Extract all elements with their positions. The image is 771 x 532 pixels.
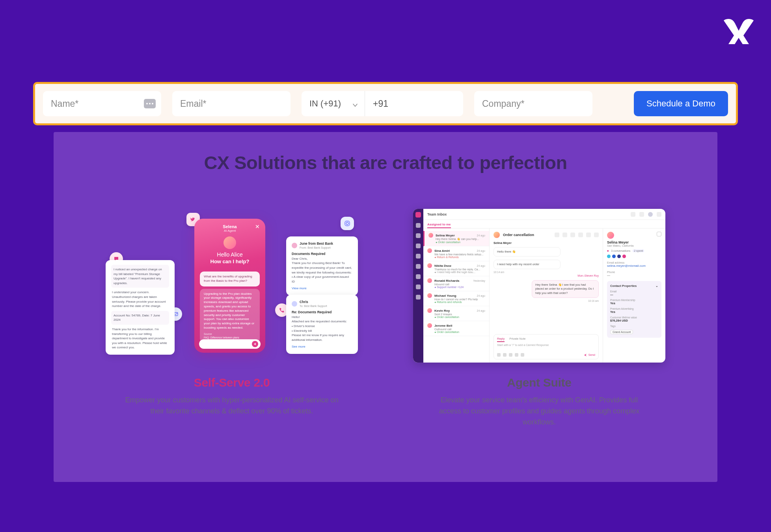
country-code-select[interactable]: IN (+91) xyxy=(302,91,365,116)
list-item: Michael Young24 agoHow do I cancel my or… xyxy=(423,291,489,306)
agent-role: AI Agent xyxy=(224,229,236,233)
transcript-line: Thank you for the information. I'm trans… xyxy=(111,327,169,350)
app-icon xyxy=(415,212,421,218)
conversation-list: Selina Meyer24 agoHey there Selina 👋 can… xyxy=(423,229,490,363)
self-serve-desc: Empower your customers with hyper-person… xyxy=(121,395,342,417)
agent-suite-illustration: Team Inbox Assigned to me xyxy=(413,209,665,363)
transcript-card: I noticed an unexpected charge on my bil… xyxy=(106,260,175,355)
demo-form-bar: IN (+91) Schedule a Demo xyxy=(33,82,738,125)
menu-icon xyxy=(657,212,661,217)
schedule-demo-button[interactable]: Schedule a Demo xyxy=(634,91,728,116)
section-title: CX Solutions that are crafted to perfect… xyxy=(54,152,717,173)
greeting-text: Hello Alice xyxy=(217,251,242,258)
ai-answer-bubble: Upgrading to the Pro plan doubles your s… xyxy=(200,289,260,343)
rail-icon xyxy=(416,264,421,269)
rail-icon xyxy=(416,285,421,289)
reply-tab: Reply xyxy=(497,337,505,342)
avatar xyxy=(223,236,236,249)
email-field-wrapper xyxy=(172,91,291,116)
list-item: Kevin Roy24 agoSent 2 images● Order canc… xyxy=(423,306,489,321)
chat-message: Hello there 👋 xyxy=(494,247,561,257)
self-serve-title: Self-Serve 2.0 xyxy=(194,376,270,389)
name-input[interactable] xyxy=(51,99,153,109)
agent-suite-desc: Elevate your service team's efficiency w… xyxy=(429,395,650,428)
sender-name: June from Best Bank xyxy=(300,241,333,246)
company-input[interactable] xyxy=(482,99,585,109)
timestamp: 10:14 am xyxy=(494,271,599,273)
panel-title: Contact Properties xyxy=(610,284,637,288)
sender-sub: To: Best Bank Support xyxy=(300,304,327,308)
company-field-wrapper xyxy=(474,91,592,116)
contact-location: San Mateo, California xyxy=(607,244,661,247)
conversation-title: Order cancellation xyxy=(503,233,551,237)
chat-message: I need help with my recent order xyxy=(494,260,561,269)
contact-panel: Selina Meyer San Mateo, California ■ 3 c… xyxy=(603,229,665,363)
chatbot-phone-mock: ✕ Selena AI Agent Hello Alice How can I … xyxy=(194,219,265,353)
topbar-title: Team Inbox xyxy=(427,212,447,216)
rail-icon xyxy=(416,244,421,248)
avatar xyxy=(648,212,653,217)
toolbar-icon xyxy=(594,233,599,237)
x-logo-icon xyxy=(723,17,754,44)
sender-sub: From: Best Bank Support xyxy=(300,246,333,250)
svg-point-1 xyxy=(346,222,348,225)
transcript-line: Account No: 54789, Date: 7 June 2024 xyxy=(111,311,169,325)
sender-name: Chris xyxy=(300,299,327,304)
inbox-tabs: Assigned to me xyxy=(423,220,665,229)
transcript-line: I noticed an unexpected charge on my bil… xyxy=(111,265,169,288)
rail-icon xyxy=(416,223,421,228)
agent-name: Selena xyxy=(223,224,237,229)
svg-rect-0 xyxy=(345,221,350,226)
agent-suite-title: Agent Suite xyxy=(507,376,571,389)
mail-subject: Documents Required xyxy=(292,251,352,256)
agent-suite-card[interactable]: Team Inbox Assigned to me xyxy=(413,209,665,428)
avatar xyxy=(494,232,500,238)
user-question-bubble: What are the benefits of upgrading from … xyxy=(200,272,260,286)
solutions-section: CX Solutions that are crafted to perfect… xyxy=(54,132,717,482)
email-input[interactable] xyxy=(180,99,283,109)
email-card: Chris To: Best Bank Support Re: Document… xyxy=(286,295,358,354)
close-icon: ✕ xyxy=(254,223,261,230)
channel-icon xyxy=(617,255,621,258)
channel-icon xyxy=(612,255,616,258)
toolbar-icon xyxy=(562,233,567,237)
timestamp: 10:16 am xyxy=(494,299,599,302)
list-item: Sina Amiri24 agoWe have a few mandatory … xyxy=(423,246,489,261)
sender-name: Selina Meyer xyxy=(494,241,599,245)
contact-name: Selina Meyer xyxy=(607,240,661,244)
divider-icon xyxy=(639,212,644,217)
rail-icon xyxy=(416,295,421,299)
edit-icon xyxy=(657,232,661,236)
email-card: June from Best Bank From: Best Bank Supp… xyxy=(286,236,358,296)
rail-icon xyxy=(416,254,421,259)
nav-rail xyxy=(413,209,423,363)
send-icon xyxy=(252,341,258,347)
rail-icon xyxy=(416,274,421,279)
camera-icon xyxy=(341,217,354,230)
send-button: Send xyxy=(584,353,595,357)
self-serve-card[interactable]: I noticed an unexpected charge on my bil… xyxy=(106,209,358,428)
system-note: Mon–Steven Roy xyxy=(494,274,599,277)
phone-input[interactable] xyxy=(373,99,455,109)
password-manager-icon[interactable] xyxy=(144,99,156,108)
phone-field-wrapper: IN (+91) xyxy=(302,91,463,116)
channel-icon xyxy=(607,255,611,258)
note-tab: Private Note xyxy=(509,337,525,342)
list-item: Jerome BellOutbound call● Order cancella… xyxy=(423,321,489,336)
avatar xyxy=(292,301,297,307)
bell-icon xyxy=(631,212,635,217)
product-cards-row: I noticed an unexpected charge on my bil… xyxy=(54,209,717,428)
conversation-pane: Order cancellation Selina Meyer Hello xyxy=(490,229,603,363)
reply-box: Reply Private Note Start with a "/" to a… xyxy=(494,334,599,359)
help-text: How can I help? xyxy=(210,259,250,264)
chevron-down-icon: ⌄ xyxy=(656,284,658,288)
list-item: Selina Meyer24 agoHey there Selina 👋 can… xyxy=(423,231,489,246)
channel-icon xyxy=(622,255,626,258)
tab-assigned: Assigned to me xyxy=(427,223,451,228)
helpdesk-window: Team Inbox Assigned to me xyxy=(413,209,665,363)
window-topbar: Team Inbox xyxy=(423,209,665,220)
see-more-link: See more xyxy=(292,344,352,349)
self-serve-illustration: I noticed an unexpected charge on my bil… xyxy=(106,209,358,363)
chat-message: Hey there Selina 👋 I see that you had pl… xyxy=(532,280,599,298)
chevron-down-icon xyxy=(352,100,358,107)
